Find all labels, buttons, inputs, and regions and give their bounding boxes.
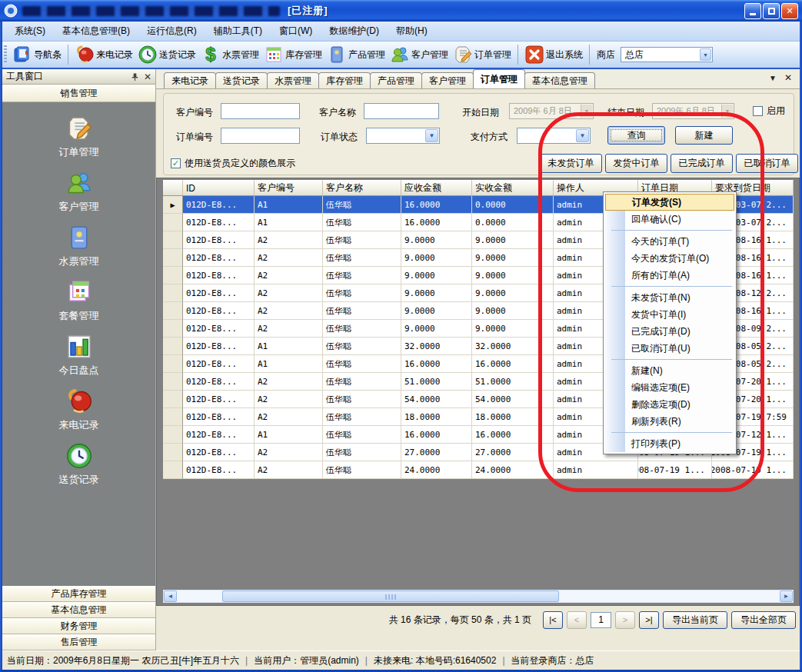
- context-menu-item[interactable]: 今天的发货订单(O): [605, 250, 734, 267]
- close-button[interactable]: ✕: [781, 3, 798, 19]
- toolbar-button[interactable]: 导航条: [10, 43, 64, 66]
- toolbar-button[interactable]: $ 水票管理: [198, 43, 261, 66]
- scroll-right-icon[interactable]: ►: [780, 590, 793, 602]
- column-header-customer-name[interactable]: 客户名称: [323, 180, 401, 196]
- context-menu-item[interactable]: 编辑选定项(E): [605, 379, 734, 396]
- close-icon[interactable]: ✕: [784, 72, 792, 83]
- sidebar-section-sales[interactable]: 销售管理: [2, 85, 155, 102]
- sidebar-section[interactable]: 基本信息管理: [2, 602, 155, 618]
- context-menu-item[interactable]: 已完成订单(D): [605, 323, 734, 340]
- last-page-button[interactable]: >|: [639, 611, 659, 629]
- toolbar-button[interactable]: 库存管理: [261, 43, 324, 66]
- next-page-button[interactable]: >: [615, 611, 635, 629]
- start-date-picker[interactable]: 2009年 6月 8日 ▼: [509, 103, 594, 119]
- row-selector-cell[interactable]: ▶: [163, 267, 183, 284]
- row-selector-cell[interactable]: ▶: [163, 320, 183, 338]
- context-menu-item[interactable]: 所有的订单(A): [605, 267, 734, 284]
- sidebar-item[interactable]: 套餐管理: [2, 278, 155, 323]
- chevron-down-icon[interactable]: ▼: [769, 74, 777, 82]
- payment-combo[interactable]: ▼: [517, 128, 591, 144]
- order-status-filter-button[interactable]: 已取消订单: [736, 154, 798, 173]
- tab[interactable]: 订单管理: [473, 69, 525, 88]
- context-menu-item[interactable]: 删除选定项(D): [605, 396, 734, 413]
- new-button[interactable]: 新建: [675, 126, 733, 145]
- chevron-down-icon[interactable]: ▼: [425, 129, 438, 142]
- toolbar-button[interactable]: 来电记录: [72, 43, 135, 66]
- toolbar-button[interactable]: 送货记录: [135, 43, 198, 66]
- row-selector-cell[interactable]: ▶: [163, 302, 183, 320]
- row-selector-cell[interactable]: ▶: [163, 461, 183, 479]
- column-header-receivable[interactable]: 应收金额: [401, 180, 472, 196]
- prev-page-button[interactable]: <: [567, 611, 587, 629]
- enable-checkbox[interactable]: 启用: [753, 105, 785, 118]
- delivery-color-checkbox[interactable]: ✓ 使用送货员定义的颜色展示: [171, 157, 295, 170]
- context-menu-item[interactable]: 刷新列表(R): [605, 413, 734, 430]
- customer-no-input[interactable]: [221, 103, 300, 119]
- row-selector-cell[interactable]: ▶: [163, 196, 183, 214]
- scroll-left-icon[interactable]: ◄: [164, 590, 177, 602]
- context-menu-item[interactable]: 回单确认(C): [605, 211, 734, 228]
- table-row[interactable]: ▶ 012D-E8... A2 伍华聪 24.0000 24.0000 admi…: [163, 461, 794, 479]
- menu-item[interactable]: 窗口(W): [271, 22, 321, 41]
- menu-item[interactable]: 运行信息(R): [138, 22, 205, 41]
- context-menu-item[interactable]: 新建(N): [605, 362, 734, 379]
- query-button[interactable]: 查询: [607, 126, 665, 145]
- order-status-combo[interactable]: ▼: [366, 128, 440, 144]
- maximize-button[interactable]: [763, 3, 780, 19]
- export-all-pages-button[interactable]: 导出全部页: [731, 611, 796, 629]
- order-status-filter-button[interactable]: 未发货订单: [540, 154, 602, 173]
- context-menu-item[interactable]: 未发货订单(N): [605, 289, 734, 306]
- checkbox-box[interactable]: [753, 106, 763, 116]
- tab[interactable]: 来电记录: [164, 72, 216, 88]
- menu-item[interactable]: 数据维护(D): [321, 22, 388, 41]
- column-header-customer-no[interactable]: 客户编号: [255, 180, 323, 196]
- chevron-down-icon[interactable]: ▼: [700, 48, 711, 61]
- context-menu-item[interactable]: 订单发货(S): [605, 194, 734, 211]
- scrollbar-thumb[interactable]: [222, 590, 559, 602]
- sidebar-section[interactable]: 财务管理: [2, 618, 155, 634]
- context-menu-item[interactable]: 打印列表(P): [605, 435, 734, 452]
- minimize-button[interactable]: [744, 3, 761, 19]
- menu-item[interactable]: 帮助(H): [388, 22, 436, 41]
- order-no-input[interactable]: [221, 128, 300, 144]
- horizontal-scrollbar[interactable]: ◄ ►: [163, 590, 794, 603]
- checkbox-check-icon[interactable]: ✓: [171, 158, 181, 168]
- column-header-received[interactable]: 实收金额: [472, 180, 554, 196]
- context-menu-item[interactable]: 今天的订单(T): [605, 233, 734, 250]
- sidebar-item[interactable]: 水票管理: [2, 224, 155, 268]
- export-current-page-button[interactable]: 导出当前页: [663, 611, 727, 629]
- row-selector-cell[interactable]: ▶: [163, 338, 183, 355]
- row-selector-cell[interactable]: ▶: [163, 249, 183, 267]
- order-status-filter-button[interactable]: 已完成订单: [671, 154, 733, 173]
- row-selector-cell[interactable]: ▶: [163, 444, 183, 461]
- order-status-filter-button[interactable]: 发货中订单: [605, 154, 667, 173]
- tab[interactable]: 基本信息管理: [524, 72, 595, 88]
- row-selector-cell[interactable]: ▶: [163, 408, 183, 426]
- context-menu-item[interactable]: 已取消订单(U): [605, 340, 734, 357]
- end-date-picker[interactable]: 2009年 6月 8日 ▼: [652, 103, 734, 119]
- row-selector-cell[interactable]: ▶: [163, 231, 183, 249]
- sidebar-item[interactable]: 今日盘点: [2, 333, 155, 378]
- page-number-input[interactable]: [591, 612, 611, 628]
- toolbar-grip[interactable]: [4, 45, 7, 64]
- sidebar-item[interactable]: 客户管理: [2, 169, 155, 214]
- toolbar-button[interactable]: 退出系统: [522, 43, 585, 66]
- row-selector-cell[interactable]: ▶: [163, 426, 183, 444]
- tab[interactable]: 水票管理: [267, 72, 319, 88]
- chevron-down-icon[interactable]: ▼: [576, 129, 589, 142]
- toolbar-button[interactable]: 产品管理: [324, 43, 388, 66]
- menu-item[interactable]: 系统(S): [6, 22, 54, 41]
- sidebar-section[interactable]: 售后管理: [2, 634, 155, 650]
- tab[interactable]: 送货记录: [215, 72, 268, 88]
- menu-item[interactable]: 辅助工具(T): [205, 22, 271, 41]
- row-selector-cell[interactable]: ▶: [163, 391, 183, 408]
- toolbar-button[interactable]: 客户管理: [388, 43, 451, 66]
- row-selector-cell[interactable]: ▶: [163, 373, 183, 391]
- row-selector-cell[interactable]: ▶: [163, 284, 183, 302]
- customer-name-input[interactable]: [364, 103, 439, 119]
- first-page-button[interactable]: |<: [543, 611, 563, 629]
- tab[interactable]: 客户管理: [421, 72, 474, 88]
- shop-combo[interactable]: 总店 ▼: [621, 47, 713, 62]
- tab[interactable]: 库存管理: [318, 72, 371, 88]
- column-header-id[interactable]: ID: [183, 180, 255, 196]
